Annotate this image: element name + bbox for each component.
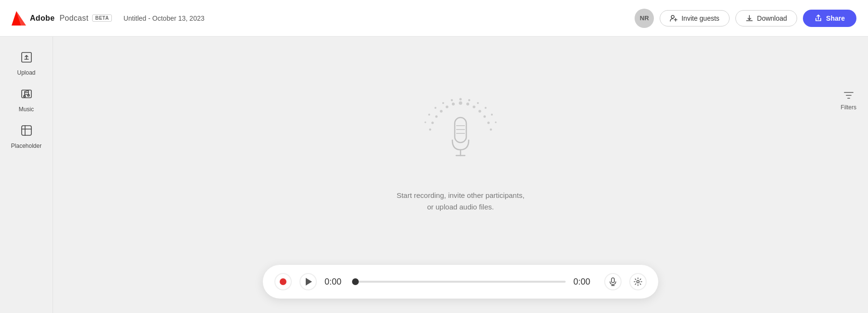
svg-point-27 — [468, 99, 470, 101]
svg-point-19 — [490, 129, 492, 131]
svg-point-15 — [473, 105, 475, 108]
person-plus-icon — [670, 14, 678, 22]
svg-point-21 — [446, 105, 448, 108]
mic-dots-container — [412, 98, 509, 175]
svg-point-34 — [434, 107, 436, 109]
empty-state-line2: or upload audio files. — [396, 201, 524, 213]
empty-state-line1: Start recording, invite other participan… — [396, 190, 524, 201]
microphone-button[interactable] — [604, 273, 622, 290]
adobe-logo-icon — [12, 11, 26, 26]
sidebar-item-placeholder[interactable]: Placeholder — [5, 119, 48, 154]
sidebar-item-upload[interactable]: Upload — [5, 46, 48, 81]
invite-guests-button[interactable]: Invite guests — [660, 10, 730, 26]
download-button[interactable]: Download — [735, 10, 797, 26]
settings-button[interactable] — [629, 273, 647, 290]
svg-point-26 — [460, 98, 462, 101]
svg-point-17 — [484, 116, 486, 118]
total-time: 0:00 — [573, 277, 597, 287]
play-button[interactable] — [299, 273, 317, 290]
microphone-icon — [609, 277, 617, 286]
seek-thumb[interactable] — [352, 278, 359, 285]
mic-with-dots-svg — [412, 93, 509, 175]
record-dot-icon — [280, 278, 286, 285]
avatar-button[interactable]: NR — [635, 9, 654, 28]
beta-badge: BETA — [92, 14, 111, 22]
placeholder-label: Placeholder — [11, 143, 41, 149]
player-bar: 0:00 0:00 — [263, 265, 658, 299]
svg-point-14 — [466, 103, 469, 105]
svg-point-33 — [442, 102, 444, 104]
svg-point-2 — [671, 15, 674, 18]
app-header: Adobe Podcast BETA Untitled - October 13… — [0, 0, 868, 37]
svg-point-29 — [485, 107, 487, 109]
seek-bar[interactable] — [355, 281, 566, 283]
svg-rect-10 — [22, 126, 31, 135]
filters-label: Filters — [841, 104, 856, 111]
header-right: NR Invite guests Download — [635, 9, 856, 28]
sidebar-item-music[interactable]: Music — [5, 83, 48, 117]
svg-point-35 — [428, 114, 430, 116]
svg-point-32 — [451, 99, 453, 101]
filters-icon — [843, 90, 854, 101]
current-time: 0:00 — [325, 277, 348, 287]
play-icon — [306, 278, 312, 286]
main-layout: Upload Music Pla — [0, 37, 868, 313]
empty-state-text: Start recording, invite other participan… — [396, 190, 524, 213]
sidebar: Upload Music Pla — [0, 37, 53, 313]
share-button[interactable]: Share — [803, 10, 856, 27]
record-button[interactable] — [274, 273, 292, 290]
upload-icon — [20, 51, 33, 66]
gear-icon — [634, 277, 642, 286]
svg-point-18 — [488, 122, 490, 124]
svg-point-28 — [477, 102, 479, 104]
share-icon — [814, 14, 822, 22]
svg-point-22 — [440, 110, 443, 113]
svg-rect-37 — [455, 117, 466, 143]
svg-point-23 — [435, 116, 438, 118]
mic-illustration — [412, 98, 509, 175]
content-area: Filters — [53, 37, 868, 313]
music-icon — [20, 88, 33, 103]
filters-toolbar[interactable]: Filters — [841, 90, 856, 111]
podcast-label: Podcast — [59, 14, 88, 23]
svg-point-13 — [459, 102, 462, 105]
svg-point-36 — [424, 121, 426, 123]
svg-point-24 — [432, 122, 434, 124]
header-left: Adobe Podcast BETA Untitled - October 13… — [12, 11, 204, 26]
app-name-label: Adobe — [30, 14, 54, 23]
invite-guests-label: Invite guests — [681, 14, 719, 22]
placeholder-icon — [20, 124, 33, 140]
document-title: Untitled - October 13, 2023 — [123, 14, 204, 22]
svg-point-25 — [429, 129, 432, 131]
upload-label: Upload — [17, 69, 35, 76]
svg-point-30 — [491, 114, 493, 116]
download-icon — [746, 14, 753, 22]
svg-point-16 — [478, 110, 481, 113]
svg-point-20 — [452, 103, 455, 105]
share-label: Share — [826, 14, 845, 22]
svg-point-46 — [637, 281, 639, 283]
svg-rect-43 — [611, 278, 614, 283]
music-label: Music — [19, 106, 34, 113]
svg-point-31 — [495, 121, 497, 123]
download-label: Download — [757, 14, 787, 22]
